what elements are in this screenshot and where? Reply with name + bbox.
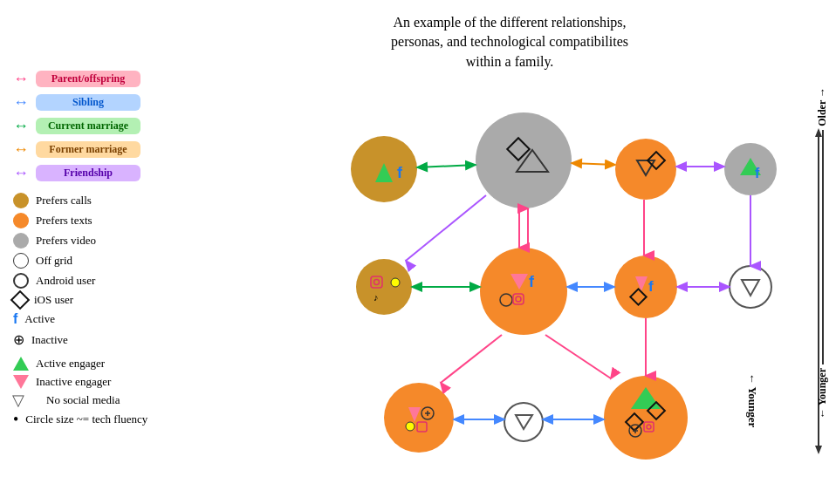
node-a-fb: f <box>397 164 403 181</box>
node-e-snap <box>391 278 400 287</box>
arrow-f-i-pink <box>441 335 502 383</box>
legend-inactive: ⊕ Inactive <box>13 331 175 348</box>
arrow-double-blue: ↔ <box>13 93 29 112</box>
inactive-engager-icon <box>13 375 29 389</box>
legend-no-social: No social media <box>13 393 175 407</box>
legend-parent: ↔ Parent/offspring <box>13 70 175 88</box>
node-c-circle <box>615 139 676 200</box>
node-e-tiktok: ♪ <box>373 292 379 303</box>
prefers-video-label: Prefers video <box>36 234 96 248</box>
off-grid-label: Off grid <box>36 254 72 268</box>
ios-label: iOS user <box>34 293 73 307</box>
legend-inactive-engager: Inactive engager <box>13 375 175 389</box>
prefers-texts-label: Prefers texts <box>36 214 93 228</box>
legend: ↔ Parent/offspring ↔ Sibling ↔ Current m… <box>0 52 183 504</box>
white-circle-icon <box>13 253 29 269</box>
legend-circle-size-note: • Circle size ~= tech fluency <box>13 412 175 427</box>
legend-android: Android user <box>13 273 175 289</box>
diagram-area: An example of the different relationship… <box>183 0 836 504</box>
legend-active-engager: Active engager <box>13 357 175 371</box>
circle-size-note: Circle size ~= tech fluency <box>25 412 147 426</box>
orange-circle-icon <box>13 213 29 228</box>
legend-active: f Active <box>13 311 175 327</box>
node-h-circle <box>730 266 771 308</box>
age-axis-arrow-down <box>815 446 822 454</box>
age-line <box>822 130 824 364</box>
older-axis-label: Older → <box>816 87 829 126</box>
legend-prefers-calls: Prefers calls <box>13 193 175 208</box>
ios-diamond-icon <box>10 290 31 310</box>
legend-former-marriage: ↔ Former marriage <box>13 140 175 159</box>
android-label: Android user <box>36 274 95 288</box>
younger-axis-label: ← Younger <box>816 368 829 419</box>
node-g-fb: f <box>648 278 654 295</box>
gold-circle-icon <box>13 193 29 208</box>
shapes-legend: Active engager Inactive engager No socia… <box>13 357 175 427</box>
gray-circle-icon <box>13 233 29 249</box>
legend-current-marriage: ↔ Current marriage <box>13 117 175 135</box>
age-axis-container: Older → ← Younger <box>816 87 829 419</box>
inactive-icon: ⊕ <box>13 331 24 348</box>
node-g-circle <box>614 255 677 318</box>
no-social-icon <box>13 393 27 407</box>
inactive-label: Inactive <box>31 333 68 347</box>
sibling-badge: Sibling <box>36 94 140 111</box>
active-label: Active <box>24 312 55 326</box>
inactive-engager-label: Inactive engager <box>36 375 111 389</box>
younger-label: ← Younger <box>746 373 759 428</box>
legend-prefers-video: Prefers video <box>13 233 175 249</box>
arrow-double-orange: ↔ <box>13 140 29 159</box>
node-i-snap <box>406 422 415 431</box>
arrow-double-green: ↔ <box>13 117 29 135</box>
active-engager-icon <box>13 357 29 371</box>
arrow-b-c-orange <box>572 163 615 165</box>
android-circle-icon <box>13 273 29 289</box>
arrow-f-k-pink <box>545 335 611 378</box>
friendship-badge: Friendship <box>36 165 140 181</box>
former-marriage-badge: Former marriage <box>36 141 140 158</box>
no-social-label: No social media <box>46 393 120 407</box>
node-e-circle <box>356 259 412 315</box>
node-d-fb: f <box>755 166 760 180</box>
node-f-circle <box>480 248 567 335</box>
arrow-double-purple: ↔ <box>13 164 29 182</box>
node-j-circle <box>504 403 543 441</box>
parent-badge: Parent/offspring <box>36 71 140 87</box>
diagram-svg: Older → ← Younger f <box>183 0 836 504</box>
legend-ios: iOS user <box>13 293 175 307</box>
legend-prefers-texts: Prefers texts <box>13 213 175 228</box>
current-marriage-badge: Current marriage <box>36 118 140 134</box>
legend-off-grid: Off grid <box>13 253 175 269</box>
active-engager-label: Active engager <box>36 357 105 371</box>
node-b-circle <box>476 112 572 208</box>
arrow-b-e-purple <box>406 195 486 261</box>
facebook-active-icon: f <box>13 311 17 327</box>
prefers-calls-label: Prefers calls <box>36 194 92 208</box>
arrow-double-pink: ↔ <box>13 70 29 88</box>
legend-friendship: ↔ Friendship <box>13 164 175 182</box>
main-container: ↔ Parent/offspring ↔ Sibling ↔ Current m… <box>0 0 836 504</box>
circle-legend: Prefers calls Prefers texts Prefers vide… <box>13 193 175 348</box>
node-f-fb: f <box>529 273 535 290</box>
node-i-circle <box>384 383 454 453</box>
arrow-a-b-green <box>417 165 476 167</box>
legend-sibling: ↔ Sibling <box>13 93 175 112</box>
